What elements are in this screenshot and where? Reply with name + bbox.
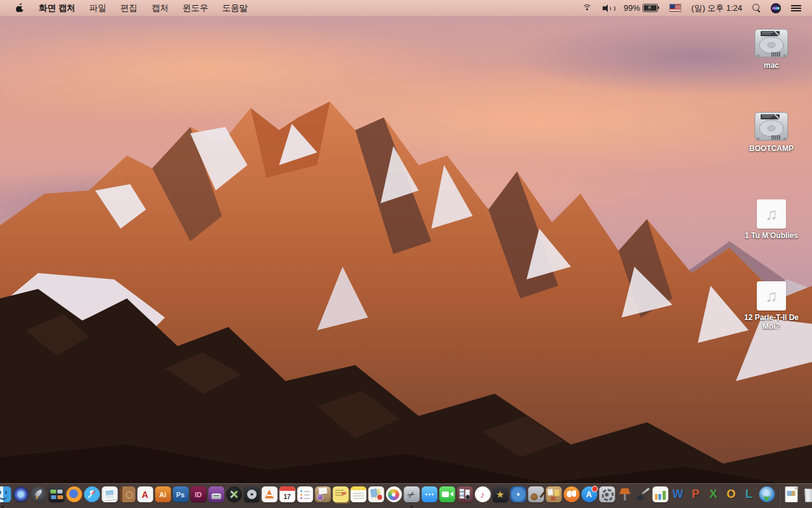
hard-drive-icon (753, 111, 790, 142)
dock-item-disk-utility[interactable] (244, 484, 260, 508)
drive-bootcamp[interactable]: BOOTCAMP (733, 111, 809, 153)
dock-item-lync[interactable]: L (741, 484, 757, 508)
dock-item-excel[interactable]: X (705, 484, 722, 508)
drive-label: BOOTCAMP (749, 144, 794, 153)
notification-center-menu[interactable] (788, 0, 804, 16)
dock-item-calendar[interactable]: 17 (279, 484, 296, 508)
menu-bar: 화면 캡처 파일 편집 캡처 윈도우 도움말 99% ⚡ (일) 오후 1:24 (0, 0, 812, 17)
adobe-illustrator-icon: Ai (155, 486, 171, 502)
dock-item-indesign[interactable]: ID (190, 484, 207, 508)
spotlight-menu[interactable] (749, 0, 764, 16)
wifi-menu[interactable] (579, 0, 596, 16)
dock-item-keynote[interactable] (617, 484, 633, 508)
sierra-wallpaper (0, 0, 812, 508)
dock-item-siri[interactable] (13, 484, 29, 508)
dock-item-powerpoint[interactable]: P (688, 484, 704, 508)
dock-item-word[interactable]: W (670, 484, 686, 508)
dock-item-safari[interactable] (84, 484, 100, 508)
messages-icon (421, 486, 437, 502)
audio-file-icon: ♫ (757, 281, 786, 311)
dock-item-app-store[interactable]: A (581, 484, 598, 508)
dock-item-corkboard[interactable] (546, 484, 562, 508)
dock-item-vlc[interactable] (261, 484, 278, 508)
siri-icon (13, 486, 29, 502)
dock-item-grab[interactable]: ✂ (403, 484, 420, 508)
battery-menu[interactable]: 99% ⚡ (620, 0, 662, 16)
drive-mac[interactable]: mac (733, 28, 809, 70)
apple-menu[interactable] (9, 3, 32, 13)
dock-item-autoupdate[interactable] (759, 484, 775, 508)
dock-item-photoshop[interactable]: Ps (173, 484, 189, 508)
dock-item-documents[interactable] (368, 484, 384, 508)
input-source-menu[interactable] (666, 0, 684, 16)
contacts-icon (119, 486, 135, 502)
volume-menu[interactable] (599, 0, 617, 16)
menu-help[interactable]: 도움말 (215, 0, 255, 16)
menu-capture[interactable]: 캡처 (145, 0, 176, 16)
vlc-icon (261, 486, 277, 502)
siri-menu[interactable] (768, 0, 784, 16)
dock-item-trash[interactable] (801, 484, 812, 508)
menu-file[interactable]: 파일 (82, 0, 114, 16)
dock-item-stuffit[interactable] (315, 484, 331, 508)
dock-item-stickies[interactable] (332, 484, 349, 508)
dock-item-pages[interactable] (634, 484, 651, 508)
dock-item-reminders[interactable] (297, 484, 313, 508)
desktop-icons: mac BOOTCAMP ♫ (733, 28, 809, 335)
dock-item-contacts[interactable] (119, 484, 136, 508)
dock-item-system-preferences[interactable] (599, 484, 615, 508)
dock-item-outlook[interactable]: O (723, 484, 740, 508)
dock-item-illustrator[interactable]: Ai (155, 484, 171, 508)
menu-app-name[interactable]: 화면 캡처 (32, 0, 82, 16)
apple-logo-icon (16, 3, 25, 13)
illustrator-glyph: Ai (159, 491, 166, 498)
menu-edit[interactable]: 편집 (114, 0, 145, 16)
dock-item-idvd[interactable] (510, 484, 527, 508)
dock-item-finder[interactable] (0, 484, 11, 508)
dock-item-image-document[interactable] (783, 484, 800, 508)
dock-item-numbers[interactable] (652, 484, 669, 508)
wifi-icon (582, 4, 593, 12)
mission-control-icon (48, 486, 64, 502)
dock-item-preview[interactable] (102, 484, 118, 508)
clock-menu[interactable]: (일) 오후 1:24 (688, 0, 745, 16)
dock-item-garageband[interactable] (528, 484, 544, 508)
audio-file-icon: ♫ (757, 199, 786, 229)
dock-item-ibooks[interactable] (563, 484, 580, 508)
idvd-icon (510, 486, 526, 502)
grab-icon: ✂ (403, 486, 419, 502)
finder-icon (0, 486, 11, 502)
dock-item-facetime[interactable] (439, 484, 455, 508)
audio-file-2[interactable]: ♫ 12 Parle-T-Il De Moi? (733, 276, 809, 331)
dock-item-mission-control[interactable] (48, 484, 65, 508)
green-x-utility-icon (226, 486, 242, 502)
dock-item-launchpad[interactable] (30, 484, 47, 508)
ibooks-icon (563, 486, 579, 502)
dock-item-firefox[interactable] (66, 484, 82, 508)
dock: A Ai Ps ID 17 ✂ ♪ ★ A W P X O L (0, 483, 812, 508)
menu-window[interactable]: 윈도우 (176, 0, 216, 16)
outlook-glyph: O (726, 488, 735, 501)
dock-item-x-utility[interactable] (226, 484, 242, 508)
image-document-icon (783, 486, 799, 502)
stickies-icon (332, 486, 348, 502)
running-indicator (2, 505, 4, 507)
dock-item-notes[interactable] (350, 484, 367, 508)
ms-lync-icon: L (741, 486, 757, 502)
dock-item-messages[interactable] (421, 484, 438, 508)
dock-item-imovie[interactable]: ★ (492, 484, 509, 508)
audio-file-1[interactable]: ♫ 1 Tu M'Oublies (733, 194, 809, 240)
dock-item-toast[interactable] (208, 484, 225, 508)
calendar-date: 17 (284, 492, 291, 502)
preview-icon (102, 486, 117, 502)
safari-icon (84, 486, 100, 502)
dock-item-photo-booth[interactable] (457, 484, 473, 508)
audio-file-label: 1 Tu M'Oublies (745, 231, 798, 240)
adobe-acrobat-icon: A (137, 486, 153, 502)
menu-bar-left: 화면 캡처 파일 편집 캡처 윈도우 도움말 (0, 0, 255, 16)
hard-drive-icon (753, 28, 790, 58)
dock-item-photos[interactable] (386, 484, 402, 508)
dock-item-itunes[interactable]: ♪ (475, 484, 491, 508)
dock-item-acrobat[interactable]: A (137, 484, 154, 508)
indesign-glyph: ID (195, 491, 202, 498)
